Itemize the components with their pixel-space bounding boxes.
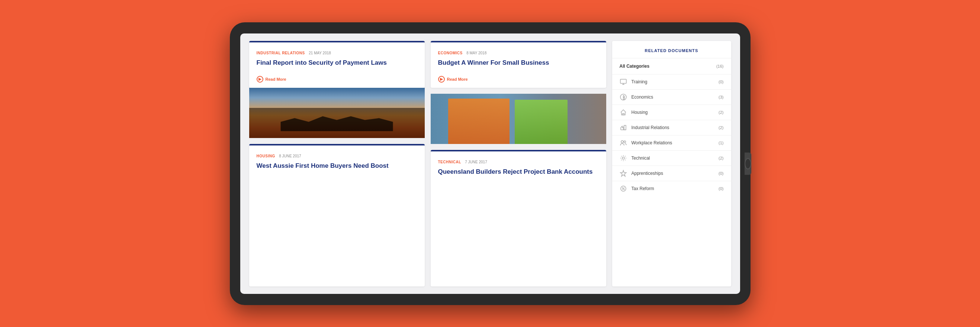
industrial-relations-icon (620, 124, 627, 131)
article-3-category-line: HOUSING 8 JUNE 2017 (257, 152, 417, 159)
sidebar-item-technical[interactable]: Technical (2) (612, 151, 731, 166)
article-card-4: TECHNICAL 7 JUNE 2017 Queensland Builder… (431, 150, 606, 286)
article-1-read-more-label: Read More (266, 77, 286, 81)
main-grid: INDUSTRIAL RELATIONS 21 MAY 2018 Final R… (249, 41, 731, 286)
technical-icon (620, 155, 627, 162)
svg-marker-11 (620, 171, 626, 176)
training-icon (620, 78, 627, 86)
middle-column: ECONOMICS 8 MAY 2018 Budget A Winner For… (431, 41, 606, 286)
article-1-category: INDUSTRIAL RELATIONS (257, 51, 305, 55)
article-2-date: 8 MAY 2018 (466, 51, 487, 55)
sidebar-item-industrial-relations[interactable]: Industrial Relations (2) (612, 120, 731, 136)
training-count: (0) (719, 80, 723, 84)
sidebar-item-apprenticeships[interactable]: Apprenticeships (0) (612, 166, 731, 181)
tax-reform-label: Tax Reform (632, 186, 714, 191)
apprenticeships-label: Apprenticeships (632, 171, 714, 176)
sidebar-item-economics[interactable]: Economics (3) (612, 90, 731, 105)
article-1-title: Final Report into Security of Payment La… (257, 59, 417, 67)
article-1-image (249, 88, 425, 138)
housing-icon (620, 108, 627, 116)
article-card-3: HOUSING 8 JUNE 2017 West Aussie First Ho… (249, 144, 425, 286)
economics-count: (3) (719, 95, 723, 99)
tax-reform-count: (0) (719, 187, 723, 191)
article-1-category-line: INDUSTRIAL RELATIONS 21 MAY 2018 (257, 49, 417, 56)
all-categories-count: (16) (716, 64, 724, 69)
all-categories-label: All Categories (620, 64, 650, 69)
svg-point-14 (622, 187, 623, 188)
sidebar-all-categories[interactable]: All Categories (16) (612, 58, 731, 74)
article-1-date: 21 MAY 2018 (309, 51, 331, 55)
workplace-relations-label: Workplace Relations (632, 140, 714, 145)
article-2-category: ECONOMICS (438, 51, 463, 55)
home-circle (745, 158, 751, 169)
workplace-relations-icon (620, 139, 627, 147)
tax-reform-icon (620, 185, 627, 192)
article-3-content: HOUSING 8 JUNE 2017 West Aussie First Ho… (249, 145, 425, 286)
apprenticeships-count: (0) (719, 171, 723, 175)
tablet-frame: INDUSTRIAL RELATIONS 21 MAY 2018 Final R… (230, 22, 751, 305)
article-4-category-line: TECHNICAL 7 JUNE 2017 (438, 158, 599, 165)
article-3-title: West Aussie First Home Buyers Need Boost (257, 162, 417, 170)
housing-label: Housing (632, 110, 714, 115)
sidebar-item-tax-reform[interactable]: Tax Reform (0) (612, 181, 731, 196)
read-more-icon-2: ▶ (438, 76, 445, 83)
industrial-relations-label: Industrial Relations (632, 125, 714, 130)
article-3-category: HOUSING (257, 154, 275, 158)
article-2-category-line: ECONOMICS 8 MAY 2018 (438, 49, 599, 56)
svg-point-9 (624, 140, 625, 142)
article-card-2: ECONOMICS 8 MAY 2018 Budget A Winner For… (431, 41, 606, 88)
workplace-relations-count: (1) (719, 140, 723, 145)
housing-count: (2) (719, 110, 723, 115)
construction-image (249, 88, 425, 138)
workers-image (431, 94, 606, 144)
sidebar-title: RELATED DOCUMENTS (645, 48, 698, 53)
sidebar-item-workplace-relations[interactable]: Workplace Relations (1) (612, 136, 731, 151)
article-4-date: 7 JUNE 2017 (465, 160, 487, 164)
article-4-category: TECHNICAL (438, 160, 461, 164)
article-4-title: Queensland Builders Reject Project Bank … (438, 168, 599, 176)
article-2-title: Budget A Winner For Small Business (438, 59, 599, 67)
article-4-content: TECHNICAL 7 JUNE 2017 Queensland Builder… (431, 152, 606, 286)
sidebar: RELATED DOCUMENTS All Categories (16) (612, 41, 731, 286)
article-2-read-more[interactable]: ▶ Read More (431, 76, 606, 88)
read-more-icon-1: ▶ (257, 76, 263, 83)
article-2-content: ECONOMICS 8 MAY 2018 Budget A Winner For… (431, 42, 606, 76)
content-area: INDUSTRIAL RELATIONS 21 MAY 2018 Final R… (240, 33, 740, 294)
article-1-read-more[interactable]: ▶ Read More (249, 76, 425, 88)
tablet-home-button[interactable] (745, 153, 751, 175)
svg-rect-5 (623, 113, 624, 115)
article-card-1: INDUSTRIAL RELATIONS 21 MAY 2018 Final R… (249, 41, 425, 88)
training-label: Training (632, 79, 714, 85)
technical-label: Technical (632, 155, 714, 161)
svg-point-15 (623, 188, 624, 190)
svg-point-10 (622, 157, 624, 159)
svg-point-8 (621, 140, 623, 143)
left-column: INDUSTRIAL RELATIONS 21 MAY 2018 Final R… (249, 41, 425, 286)
economics-label: Economics (632, 94, 714, 100)
svg-rect-6 (624, 125, 626, 130)
sidebar-item-housing[interactable]: Housing (2) (612, 105, 731, 120)
industrial-relations-count: (2) (719, 125, 723, 130)
svg-rect-0 (620, 79, 626, 83)
sidebar-item-training[interactable]: Training (0) (612, 74, 731, 90)
article-3-date: 8 JUNE 2017 (279, 154, 301, 158)
article-2-image (431, 94, 606, 144)
tablet-screen: INDUSTRIAL RELATIONS 21 MAY 2018 Final R… (240, 33, 740, 294)
article-2-read-more-label: Read More (447, 77, 468, 81)
economics-icon (620, 93, 627, 101)
article-1-content: INDUSTRIAL RELATIONS 21 MAY 2018 Final R… (249, 42, 425, 76)
sidebar-header: RELATED DOCUMENTS (612, 41, 731, 58)
apprenticeships-icon (620, 170, 627, 177)
technical-count: (2) (719, 156, 723, 160)
